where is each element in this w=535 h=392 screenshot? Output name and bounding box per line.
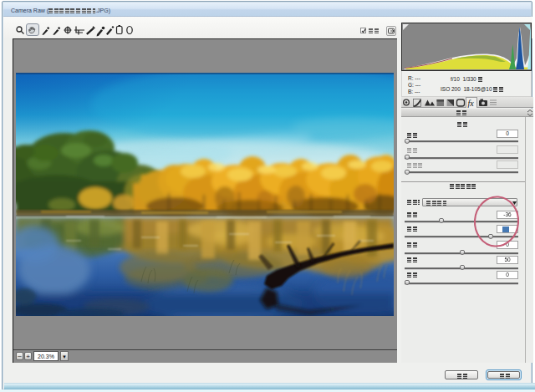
svg-text:fx: fx [468, 99, 475, 108]
